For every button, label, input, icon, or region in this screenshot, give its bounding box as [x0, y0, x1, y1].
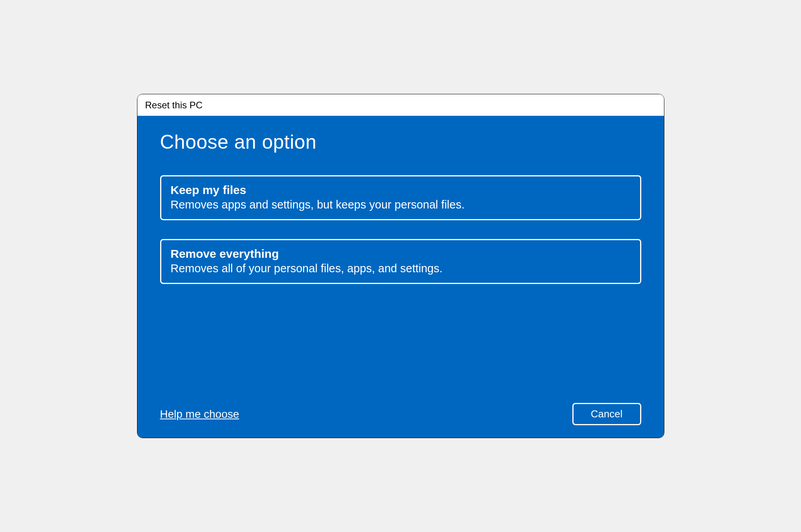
title-bar: Reset this PC	[137, 94, 664, 116]
page-heading: Choose an option	[160, 131, 641, 153]
option-remove-everything[interactable]: Remove everything Removes all of your pe…	[160, 239, 641, 284]
content-area: Choose an option Keep my files Removes a…	[137, 116, 664, 438]
option-title: Keep my files	[171, 183, 631, 197]
dialog-window: Reset this PC Choose an option Keep my f…	[137, 94, 664, 438]
option-description: Removes apps and settings, but keeps you…	[171, 198, 631, 211]
dialog-footer: Help me choose Cancel	[160, 403, 641, 425]
help-me-choose-link[interactable]: Help me choose	[160, 408, 239, 421]
option-keep-my-files[interactable]: Keep my files Removes apps and settings,…	[160, 175, 641, 220]
option-description: Removes all of your personal files, apps…	[171, 262, 631, 275]
option-title: Remove everything	[171, 247, 631, 261]
window-title: Reset this PC	[145, 100, 203, 111]
cancel-button[interactable]: Cancel	[572, 403, 641, 425]
